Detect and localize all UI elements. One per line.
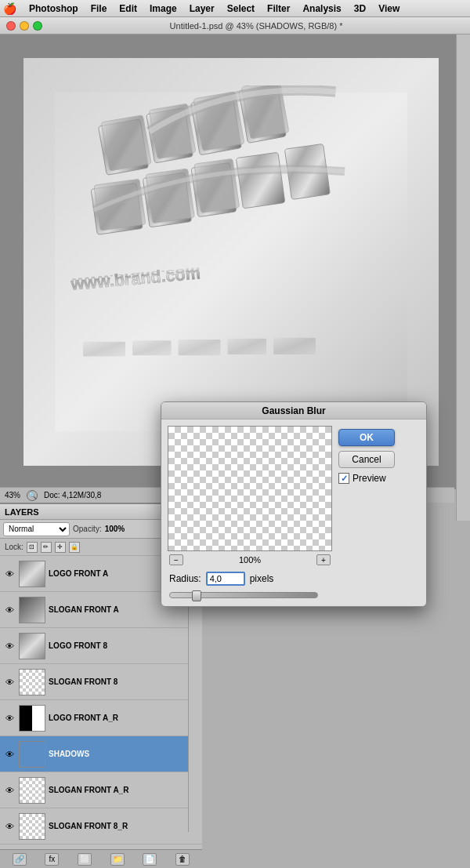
lock-transparency-icon[interactable]: ⊡ bbox=[27, 542, 38, 553]
layer-visibility-icon[interactable]: 👁 bbox=[3, 748, 16, 761]
layer-visibility-icon[interactable]: 👁 bbox=[3, 784, 16, 797]
radius-row: Radius: pixels bbox=[169, 570, 332, 587]
menu-file[interactable]: File bbox=[85, 2, 114, 16]
layer-thumbnail bbox=[19, 705, 45, 732]
preview-canvas[interactable] bbox=[168, 426, 332, 551]
blend-mode-select[interactable]: Normal bbox=[3, 522, 70, 536]
layer-thumbnail bbox=[19, 633, 45, 659]
layer-thumbnail bbox=[19, 561, 45, 587]
svg-rect-2 bbox=[101, 115, 151, 171]
layer-visibility-icon[interactable]: 👁 bbox=[3, 676, 16, 688]
layer-row[interactable]: 👁SLOGAN FRONT 8_Rfx bbox=[0, 808, 202, 844]
layer-row[interactable]: 👁SLOGAN FRONT 8fx bbox=[0, 664, 202, 700]
preview-zoom-in-button[interactable]: + bbox=[316, 554, 331, 565]
minimize-button[interactable] bbox=[20, 21, 29, 31]
pixels-label: pixels bbox=[250, 573, 274, 584]
new-group-button[interactable]: 📁 bbox=[110, 853, 125, 866]
layer-name-label: SLOGAN FRONT A_R bbox=[49, 786, 190, 794]
menu-filter[interactable]: Filter bbox=[261, 2, 296, 16]
layer-visibility-icon[interactable]: 👁 bbox=[3, 820, 16, 833]
preview-zoom-out-button[interactable]: − bbox=[169, 554, 183, 565]
preview-checkbox-row: ✓ Preview bbox=[338, 473, 386, 484]
layer-thumbnail bbox=[19, 741, 45, 768]
close-button[interactable] bbox=[6, 21, 16, 31]
layer-visibility-icon[interactable]: 👁 bbox=[3, 712, 16, 725]
dialog-body: − 100% + Radius: pixels bbox=[161, 419, 426, 606]
layer-thumbnail bbox=[19, 777, 45, 804]
layers-title: LAYERS bbox=[5, 507, 39, 517]
menu-edit[interactable]: Edit bbox=[113, 2, 143, 16]
svg-rect-15 bbox=[236, 152, 284, 209]
doc-info: Doc: 4,12M/30,8 bbox=[44, 491, 101, 499]
preview-checkbox[interactable]: ✓ bbox=[338, 473, 349, 484]
dialog-buttons: OK Cancel ✓ Preview bbox=[338, 426, 420, 600]
ok-button[interactable]: OK bbox=[338, 429, 395, 446]
layer-thumbnail bbox=[19, 813, 45, 840]
radius-input[interactable] bbox=[206, 572, 245, 586]
preview-zoom-value: 100% bbox=[239, 555, 261, 565]
svg-rect-14 bbox=[194, 158, 240, 212]
layer-name-label: LOGO FRONT 8 bbox=[49, 641, 199, 650]
delete-layer-button[interactable]: 🗑 bbox=[175, 853, 190, 866]
layer-thumbnail bbox=[19, 597, 45, 623]
layer-visibility-icon[interactable]: 👁 bbox=[3, 604, 16, 616]
opacity-label: Opacity: bbox=[73, 525, 102, 533]
opacity-value: 100% bbox=[105, 525, 125, 533]
menu-bar: 🍎 Photoshop File Edit Image Layer Select… bbox=[0, 0, 470, 17]
menu-image[interactable]: Image bbox=[143, 2, 183, 16]
svg-rect-22 bbox=[228, 339, 267, 354]
menu-layer[interactable]: Layer bbox=[183, 2, 221, 16]
svg-rect-20 bbox=[132, 340, 172, 355]
svg-rect-21 bbox=[179, 340, 221, 355]
svg-rect-23 bbox=[273, 338, 316, 354]
layer-name-label: SLOGAN FRONT 8 bbox=[49, 677, 190, 686]
check-mark-icon: ✓ bbox=[341, 474, 348, 484]
lock-move-icon[interactable]: ✛ bbox=[55, 542, 66, 553]
zoom-level: 43% bbox=[5, 491, 20, 499]
layer-row[interactable]: 👁LOGO FRONT 8 bbox=[0, 628, 202, 664]
layer-visibility-icon[interactable]: 👁 bbox=[3, 640, 16, 652]
preview-checkbox-label: Preview bbox=[352, 473, 386, 484]
radius-slider-thumb[interactable] bbox=[192, 590, 201, 601]
canvas-artwork: www.brand.com www.brand.com bbox=[55, 85, 407, 438]
radius-slider-row bbox=[169, 587, 332, 600]
dialog-title: Gaussian Blur bbox=[161, 402, 426, 419]
window-controls bbox=[6, 21, 42, 31]
layer-visibility-icon[interactable]: 👁 bbox=[3, 568, 16, 580]
svg-rect-19 bbox=[83, 342, 125, 357]
title-bar: Untitled-1.psd @ 43% (SHADOWS, RGB/8) * bbox=[0, 17, 470, 35]
canvas-scrollbar-vertical[interactable] bbox=[456, 35, 470, 521]
layer-row[interactable]: 👁SLOGAN FRONT A_Rfx bbox=[0, 772, 202, 808]
new-layer-button[interactable]: 📄 bbox=[143, 853, 157, 866]
menu-analysis[interactable]: Analysis bbox=[296, 2, 347, 16]
preview-zoom-controls: − 100% + bbox=[168, 554, 332, 565]
zoom-icon[interactable]: 🔍 bbox=[27, 490, 38, 501]
layer-mask-button[interactable]: ⬜ bbox=[78, 853, 92, 866]
gaussian-blur-dialog: Gaussian Blur − 100% + Radius: pixels bbox=[161, 401, 427, 607]
layer-row[interactable]: 👁LOGO FRONT A_Rfx bbox=[0, 700, 202, 736]
layer-row[interactable]: 👁SHADOWS bbox=[0, 736, 202, 772]
radius-slider-track[interactable] bbox=[169, 592, 318, 598]
lock-all-icon[interactable]: 🔒 bbox=[69, 542, 80, 553]
radius-section: Radius: pixels bbox=[168, 570, 332, 600]
layers-panel-bottom: 🔗 fx ⬜ 📁 📄 🗑 bbox=[0, 849, 202, 868]
menu-photoshop[interactable]: Photoshop bbox=[23, 2, 85, 16]
maximize-button[interactable] bbox=[33, 21, 42, 31]
lock-label: Lock: bbox=[5, 543, 24, 551]
menu-3d[interactable]: 3D bbox=[348, 2, 372, 16]
radius-label: Radius: bbox=[169, 573, 201, 584]
layer-name-label: SLOGAN FRONT 8_R bbox=[49, 822, 190, 830]
layer-name-label: SHADOWS bbox=[49, 750, 199, 758]
apple-menu[interactable]: 🍎 bbox=[3, 2, 16, 15]
menu-view[interactable]: View bbox=[372, 2, 406, 16]
menu-select[interactable]: Select bbox=[221, 2, 261, 16]
layer-link-button[interactable]: 🔗 bbox=[13, 853, 27, 866]
layer-style-button[interactable]: fx bbox=[45, 853, 59, 866]
layer-thumbnail bbox=[19, 669, 45, 695]
lock-paint-icon[interactable]: ✏ bbox=[41, 542, 52, 553]
cancel-button[interactable]: Cancel bbox=[338, 451, 395, 468]
dialog-preview-section: − 100% + Radius: pixels bbox=[168, 426, 332, 600]
document-title: Untitled-1.psd @ 43% (SHADOWS, RGB/8) * bbox=[49, 21, 464, 31]
layer-name-label: LOGO FRONT A_R bbox=[49, 714, 190, 722]
